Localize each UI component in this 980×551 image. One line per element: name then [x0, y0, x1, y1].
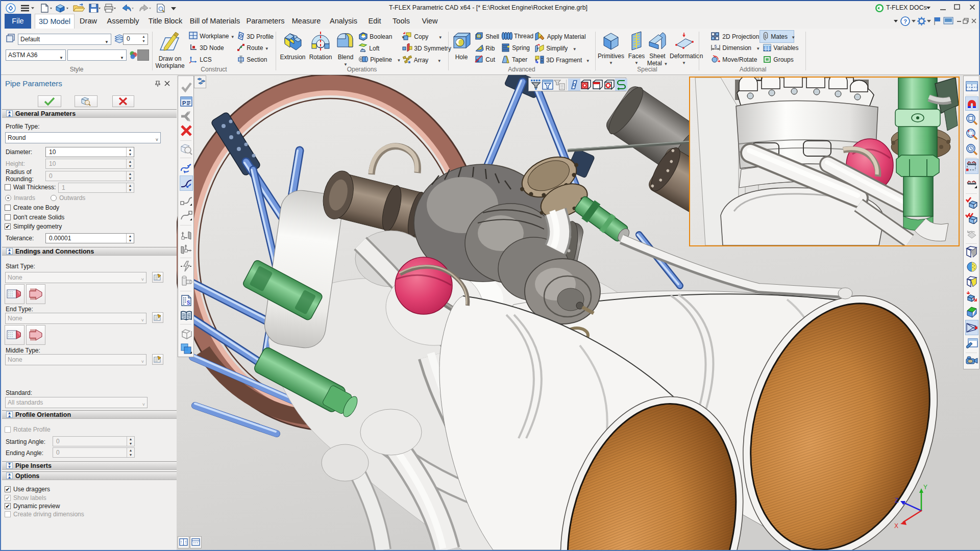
svg-text:X: X	[894, 522, 898, 530]
svg-text:Y: Y	[923, 484, 927, 491]
svg-text:5: 5	[714, 44, 717, 49]
svg-text:?: ?	[903, 18, 907, 24]
svg-text:S: S	[187, 300, 190, 306]
svg-text:Z: Z	[895, 497, 898, 504]
svg-text:P: P	[182, 100, 186, 106]
